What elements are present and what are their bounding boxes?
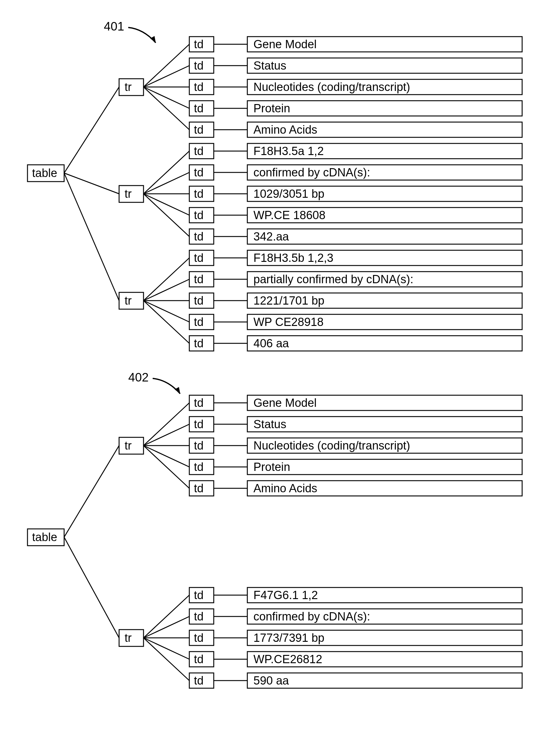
svg-text:1221/1701 bp: 1221/1701 bp bbox=[253, 294, 324, 307]
link-table-tr-2-2 bbox=[64, 537, 119, 638]
svg-line-101 bbox=[143, 424, 189, 446]
svg-text:td: td bbox=[194, 653, 204, 666]
table-node-1-label: table bbox=[32, 166, 57, 180]
link-table-tr-1-2 bbox=[64, 173, 119, 194]
svg-text:Gene Model: Gene Model bbox=[253, 396, 317, 409]
svg-text:confirmed by cDNA(s):: confirmed by cDNA(s): bbox=[253, 166, 370, 179]
svg-line-83 bbox=[143, 300, 189, 322]
svg-text:Status: Status bbox=[253, 59, 287, 72]
svg-text:td: td bbox=[194, 482, 204, 495]
svg-text:td: td bbox=[194, 610, 204, 623]
svg-line-113 bbox=[143, 446, 189, 467]
svg-text:td: td bbox=[194, 461, 204, 473]
svg-text:td: td bbox=[194, 252, 204, 264]
svg-text:td: td bbox=[194, 418, 204, 430]
svg-line-35 bbox=[143, 151, 189, 194]
svg-text:confirmed by cDNA(s):: confirmed by cDNA(s): bbox=[253, 610, 370, 623]
tr-node-1-2-label: tr bbox=[125, 187, 132, 200]
row-group-1-3: td F18H3.5b 1,2,3 td partially confirmed… bbox=[143, 250, 522, 351]
ref-label-2: 402 bbox=[128, 370, 149, 384]
svg-text:td: td bbox=[194, 589, 204, 602]
svg-text:td: td bbox=[194, 81, 204, 93]
svg-line-41 bbox=[143, 173, 189, 194]
svg-line-119 bbox=[143, 446, 189, 488]
svg-text:Amino Acids: Amino Acids bbox=[253, 482, 317, 495]
row-group-2-2: td F47G6.1 1,2 td confirmed by cDNA(s): … bbox=[143, 588, 522, 688]
ref-arrow-2 bbox=[153, 379, 180, 394]
svg-text:Protein: Protein bbox=[253, 461, 290, 473]
svg-text:F18H3.5b 1,2,3: F18H3.5b 1,2,3 bbox=[253, 252, 333, 264]
svg-text:td: td bbox=[194, 123, 204, 136]
svg-line-11 bbox=[143, 66, 189, 87]
ref-arrowhead-1 bbox=[150, 36, 156, 43]
svg-text:td: td bbox=[194, 209, 204, 221]
svg-text:td: td bbox=[194, 316, 204, 328]
svg-text:Amino Acids: Amino Acids bbox=[253, 123, 317, 136]
svg-rect-98 bbox=[247, 417, 522, 432]
svg-text:td: td bbox=[194, 396, 204, 409]
svg-text:1029/3051 bp: 1029/3051 bp bbox=[253, 187, 324, 200]
svg-text:Gene Model: Gene Model bbox=[253, 38, 317, 51]
link-table-tr-1-3 bbox=[64, 173, 119, 300]
svg-text:406 aa: 406 aa bbox=[253, 337, 289, 350]
svg-text:td: td bbox=[194, 273, 204, 286]
svg-line-65 bbox=[143, 258, 189, 300]
svg-text:Nucleotides (coding/transcript: Nucleotides (coding/transcript) bbox=[253, 81, 410, 93]
svg-text:td: td bbox=[194, 59, 204, 72]
table-node-2-label: table bbox=[32, 531, 57, 544]
tr-node-1-1-label: tr bbox=[125, 81, 132, 93]
svg-line-143 bbox=[143, 638, 189, 659]
svg-text:td: td bbox=[194, 38, 204, 51]
svg-text:F47G6.1 1,2: F47G6.1 1,2 bbox=[253, 589, 318, 602]
svg-line-149 bbox=[143, 638, 189, 681]
svg-text:Nucleotides (coding/transcript: Nucleotides (coding/transcript) bbox=[253, 439, 410, 452]
svg-text:1773/7391 bp: 1773/7391 bp bbox=[253, 631, 324, 644]
ref-arrow-1 bbox=[128, 27, 156, 43]
row-group-1-2: td F18H3.5a 1,2 td confirmed by cDNA(s):… bbox=[143, 143, 522, 244]
svg-line-131 bbox=[143, 616, 189, 638]
tr-node-2-2-label: tr bbox=[125, 631, 132, 644]
svg-line-5 bbox=[143, 44, 189, 87]
svg-text:td: td bbox=[194, 187, 204, 200]
svg-text:td: td bbox=[194, 439, 204, 452]
svg-line-89 bbox=[143, 300, 189, 343]
svg-rect-8 bbox=[247, 58, 522, 73]
svg-text:partially confirmed by cDNA(s): partially confirmed by cDNA(s): bbox=[253, 273, 414, 286]
svg-line-53 bbox=[143, 194, 189, 215]
svg-text:590 aa: 590 aa bbox=[253, 674, 289, 687]
svg-line-125 bbox=[143, 595, 189, 638]
svg-text:td: td bbox=[194, 294, 204, 307]
row-group-1-1: td Gene Model td Status td Nucleotides (… bbox=[143, 37, 522, 137]
row-group-2-1: td Gene Model td Status td Nucleotides (… bbox=[143, 395, 522, 496]
svg-text:td: td bbox=[194, 631, 204, 644]
link-table-tr-2-1 bbox=[64, 446, 119, 537]
svg-text:WP.CE26812: WP.CE26812 bbox=[253, 653, 322, 666]
tr-node-1-3-label: tr bbox=[125, 294, 132, 307]
svg-line-29 bbox=[143, 87, 189, 130]
tree-diagram: 401 table tr tr tr td Gene Model td Stat… bbox=[18, 12, 542, 729]
svg-text:td: td bbox=[194, 166, 204, 179]
ref-arrowhead-2 bbox=[175, 387, 180, 394]
svg-text:342.aa: 342.aa bbox=[253, 230, 289, 243]
svg-text:td: td bbox=[194, 337, 204, 350]
svg-text:td: td bbox=[194, 102, 204, 115]
tr-node-2-1-label: tr bbox=[125, 439, 132, 452]
svg-text:WP.CE 18608: WP.CE 18608 bbox=[253, 209, 325, 221]
svg-text:td: td bbox=[194, 230, 204, 243]
svg-line-59 bbox=[143, 194, 189, 237]
svg-text:Status: Status bbox=[253, 418, 287, 430]
svg-line-71 bbox=[143, 279, 189, 300]
ref-label-1: 401 bbox=[104, 19, 124, 33]
svg-text:F18H3.5a 1,2: F18H3.5a 1,2 bbox=[253, 145, 324, 157]
link-table-tr-1-1 bbox=[64, 87, 119, 173]
svg-text:td: td bbox=[194, 674, 204, 687]
svg-text:Protein: Protein bbox=[253, 102, 290, 115]
svg-text:td: td bbox=[194, 145, 204, 157]
svg-text:WP CE28918: WP CE28918 bbox=[253, 316, 324, 328]
svg-line-95 bbox=[143, 403, 189, 446]
svg-line-23 bbox=[143, 87, 189, 108]
